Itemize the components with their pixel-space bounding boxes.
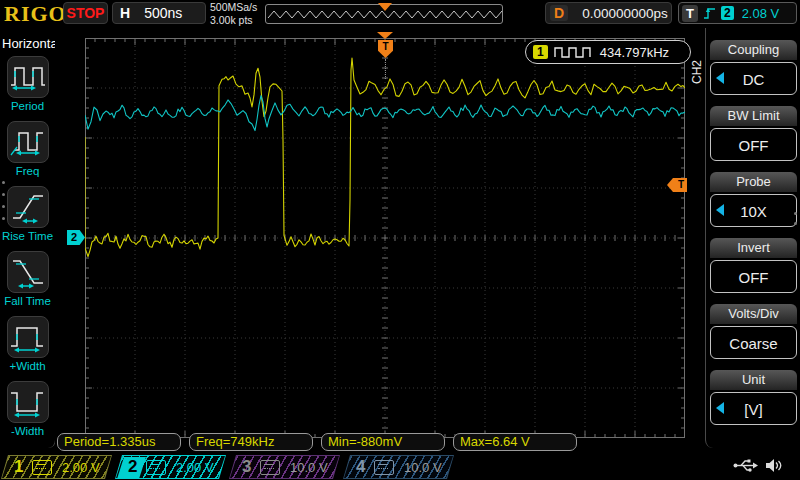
- counter-frequency-value: 434.797kHz: [600, 45, 669, 60]
- left-menu-title: Horizontal: [2, 36, 61, 51]
- page-dot: [794, 222, 797, 225]
- trigger-level-value: 2.08 V: [742, 6, 780, 21]
- measurement-min: Min=-880mV: [321, 433, 445, 451]
- channel-menu: Coupling DC BW Limit OFF Probe 10X Inver…: [705, 28, 800, 448]
- measurement-freq: Freq=749kHz: [189, 433, 313, 451]
- left-arrow-icon: [716, 204, 724, 216]
- channel-1-button[interactable]: 1 2.00 V: [1, 455, 112, 479]
- trigger-position-line: [385, 59, 386, 79]
- period-button[interactable]: [7, 56, 49, 98]
- fall-time-icon: [8, 252, 48, 292]
- period-icon: [8, 57, 48, 97]
- square-wave-icon: [554, 46, 592, 58]
- pos-width-label: +Width: [0, 360, 55, 372]
- menu-item-bw-limit[interactable]: BW Limit OFF: [710, 106, 797, 161]
- ch2-menu-tab: CH2: [690, 52, 704, 92]
- menu-item-invert[interactable]: Invert OFF: [710, 238, 797, 293]
- trigger-readout[interactable]: T 2 2.08 V: [678, 2, 797, 24]
- fall-time-label: Fall Time: [0, 295, 55, 307]
- channel-1-number: 1: [14, 457, 28, 477]
- horizontal-timebase-readout[interactable]: H 500ns: [112, 2, 206, 24]
- sound-icon: [765, 458, 783, 473]
- rising-edge-icon: [703, 6, 716, 20]
- channel-3-number: 3: [242, 457, 256, 477]
- delay-value: 0.00000000ps: [582, 6, 668, 21]
- measurement-max: Max=6.64 V: [453, 433, 577, 451]
- freq-icon: [8, 122, 48, 162]
- usb-icon: [733, 458, 759, 473]
- pos-width-button[interactable]: [7, 316, 49, 358]
- ch2-ground-marker[interactable]: 2: [67, 230, 85, 245]
- rise-time-icon: [8, 187, 48, 227]
- horizontal-measure-menu: Horizontal Period Freq: [0, 28, 56, 448]
- sample-rate: 500MSa/s: [210, 1, 257, 14]
- pos-width-icon: [8, 317, 48, 357]
- page-dot: [2, 193, 5, 196]
- measurement-period: Period=1.335us: [57, 433, 181, 451]
- memory-depth: 3.00k pts: [210, 14, 257, 27]
- dc-coupling-icon: [260, 460, 280, 475]
- page-dot: [2, 181, 5, 184]
- trigger-label: T: [682, 5, 698, 22]
- channel-2-scale: 2.00 V: [176, 460, 214, 475]
- waveform-display: T 1 434.797kHz 2 T CH2: [55, 28, 705, 452]
- freq-label: Freq: [0, 165, 55, 177]
- period-label: Period: [0, 100, 55, 112]
- channel-4-scale: 10.0 V: [404, 460, 442, 475]
- run-state-badge: STOP: [63, 2, 108, 24]
- acquisition-info: 500MSa/s 3.00k pts: [210, 1, 257, 27]
- freq-button[interactable]: [7, 121, 49, 163]
- timebase-value: 500ns: [144, 5, 182, 21]
- rise-time-label: Rise Time: [0, 230, 55, 242]
- trigger-source-badge: 2: [721, 6, 734, 20]
- page-dot: [2, 217, 5, 220]
- channel-1-scale: 2.00 V: [62, 460, 100, 475]
- page-dot: [2, 205, 5, 208]
- menu-item-probe[interactable]: Probe 10X: [710, 172, 797, 227]
- frequency-counter: 1 434.797kHz: [525, 40, 691, 64]
- top-status-bar: RIGOL STOP H 500ns 500MSa/s 3.00k pts D …: [0, 0, 800, 28]
- dc-coupling-icon: [146, 460, 166, 475]
- waveform-traces: [85, 38, 685, 438]
- dc-coupling-icon: [32, 460, 52, 475]
- h-label: H: [120, 5, 130, 21]
- left-arrow-icon: [716, 72, 724, 84]
- menu-item-coupling[interactable]: Coupling DC: [710, 40, 797, 95]
- menu-item-volts-div[interactable]: Volts/Div Coarse: [710, 304, 797, 359]
- dc-coupling-icon: [374, 460, 394, 475]
- left-arrow-icon: [716, 402, 724, 414]
- channel-2-number: 2: [128, 457, 142, 477]
- channel-4-button[interactable]: 4 10.0 V: [343, 455, 454, 479]
- rise-time-button[interactable]: [7, 186, 49, 228]
- run-state-label: STOP: [67, 5, 105, 21]
- delay-label: D: [550, 5, 568, 21]
- channel-status-bar: 1 2.00 V 2 2.00 V 3: [0, 454, 800, 480]
- counter-channel-badge: 1: [533, 45, 548, 59]
- page-dot: [794, 212, 797, 215]
- channel-2-button[interactable]: 2 2.00 V: [115, 455, 226, 479]
- channel-3-button[interactable]: 3 10.0 V: [229, 455, 340, 479]
- oscilloscope-screen: RIGOL STOP H 500ns 500MSa/s 3.00k pts D …: [0, 0, 800, 480]
- delay-readout[interactable]: D 0.00000000ps: [545, 2, 672, 24]
- neg-width-button[interactable]: [7, 381, 49, 423]
- neg-width-icon: [8, 382, 48, 422]
- menu-item-unit[interactable]: Unit [V]: [710, 370, 797, 425]
- channel-4-number: 4: [356, 457, 370, 477]
- neg-width-label: -Width: [0, 425, 55, 437]
- fall-time-button[interactable]: [7, 251, 49, 293]
- channel-3-scale: 10.0 V: [290, 460, 328, 475]
